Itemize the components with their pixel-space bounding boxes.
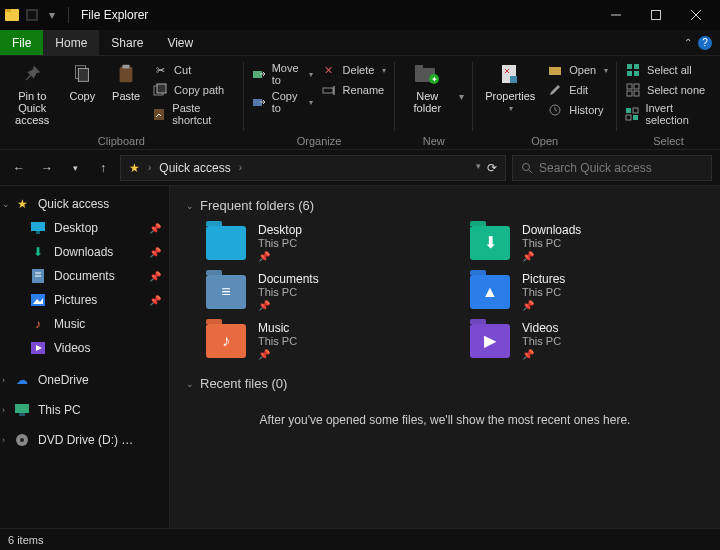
tab-share[interactable]: Share bbox=[99, 30, 155, 55]
pin-label: Pin to Quick access bbox=[8, 90, 56, 126]
back-button[interactable]: ← bbox=[8, 157, 30, 179]
sidebar-item-music[interactable]: ♪ Music bbox=[0, 312, 169, 336]
music-icon: ♪ bbox=[30, 316, 46, 332]
documents-folder-icon: ≡ bbox=[206, 275, 246, 309]
sidebar-item-dvd[interactable]: › DVD Drive (D:) CC bbox=[0, 428, 169, 452]
ribbon: Pin to Quick access Copy Paste ✂Cut Copy… bbox=[0, 56, 720, 150]
sidebar-item-pictures[interactable]: Pictures 📌 bbox=[0, 288, 169, 312]
group-new-label: New bbox=[403, 133, 464, 147]
svg-rect-24 bbox=[510, 76, 517, 83]
sidebar-item-downloads[interactable]: ⬇ Downloads 📌 bbox=[0, 240, 169, 264]
folder-documents[interactable]: ≡ Documents This PC 📌 bbox=[206, 272, 440, 311]
sidebar-label: Videos bbox=[54, 341, 90, 355]
sidebar-item-documents[interactable]: Documents 📌 bbox=[0, 264, 169, 288]
select-all-button[interactable]: Select all bbox=[625, 62, 712, 78]
invert-selection-button[interactable]: Invert selection bbox=[625, 102, 712, 126]
refresh-button[interactable]: ⟳ bbox=[487, 161, 497, 175]
tab-home[interactable]: Home bbox=[43, 30, 99, 55]
star-icon: ★ bbox=[14, 196, 30, 212]
svg-line-40 bbox=[529, 170, 532, 173]
new-folder-icon: ✦ bbox=[413, 60, 441, 88]
recent-locations-button[interactable]: ▾ bbox=[64, 157, 86, 179]
folder-downloads[interactable]: ⬇ Downloads This PC 📌 bbox=[470, 223, 704, 262]
up-button[interactable]: ↑ bbox=[92, 157, 114, 179]
chevron-down-icon[interactable]: ⌄ bbox=[2, 199, 10, 209]
properties-button[interactable]: Properties ▾ bbox=[481, 60, 539, 113]
search-input[interactable]: Search Quick access bbox=[512, 155, 712, 181]
pin-icon: 📌 bbox=[258, 251, 302, 262]
new-folder-button[interactable]: ✦ New folder bbox=[403, 60, 451, 114]
close-button[interactable] bbox=[676, 0, 716, 30]
chevron-right-icon[interactable]: › bbox=[2, 375, 5, 385]
tab-view[interactable]: View bbox=[155, 30, 205, 55]
maximize-button[interactable] bbox=[636, 0, 676, 30]
sidebar-label: Documents bbox=[54, 269, 115, 283]
sidebar-item-videos[interactable]: Videos bbox=[0, 336, 169, 360]
breadcrumb[interactable]: Quick access bbox=[159, 161, 230, 175]
cut-button[interactable]: ✂Cut bbox=[152, 62, 235, 78]
select-all-icon bbox=[625, 62, 641, 78]
move-to-button[interactable]: Move to▾ bbox=[252, 62, 313, 86]
sidebar-item-desktop[interactable]: Desktop 📌 bbox=[0, 216, 169, 240]
new-item-dropdown[interactable]: ▾ bbox=[459, 91, 464, 102]
invert-icon bbox=[625, 106, 639, 122]
copy-path-button[interactable]: Copy path bbox=[152, 82, 235, 98]
paste-button[interactable]: Paste bbox=[108, 60, 144, 102]
tab-file[interactable]: File bbox=[0, 30, 43, 55]
frequent-folders-header[interactable]: ⌄ Frequent folders (6) bbox=[186, 198, 704, 213]
folder-name: Music bbox=[258, 321, 297, 335]
copy-to-label: Copy to bbox=[272, 90, 301, 114]
paste-shortcut-button[interactable]: Paste shortcut bbox=[152, 102, 235, 126]
minimize-button[interactable] bbox=[596, 0, 636, 30]
qat-icon[interactable] bbox=[24, 7, 40, 23]
chevron-down-icon: ⌄ bbox=[186, 201, 194, 211]
move-to-icon bbox=[252, 66, 266, 82]
chevron-right-icon[interactable]: › bbox=[2, 435, 5, 445]
select-none-button[interactable]: Select none bbox=[625, 82, 712, 98]
sidebar-item-this-pc[interactable]: › This PC bbox=[0, 398, 169, 422]
qat-dropdown-icon[interactable]: ▾ bbox=[44, 7, 60, 23]
pin-to-quick-access-button[interactable]: Pin to Quick access bbox=[8, 60, 56, 126]
status-bar: 6 items bbox=[0, 528, 720, 550]
address-input[interactable]: ★ › Quick access › ▾ ⟳ bbox=[120, 155, 506, 181]
open-button[interactable]: Open▾ bbox=[547, 62, 608, 78]
chevron-right-icon[interactable]: › bbox=[239, 162, 242, 173]
sidebar-item-onedrive[interactable]: › ☁ OneDrive bbox=[0, 368, 169, 392]
open-icon bbox=[547, 62, 563, 78]
svg-rect-32 bbox=[634, 84, 639, 89]
folder-videos[interactable]: ▶ Videos This PC 📌 bbox=[470, 321, 704, 360]
folder-music[interactable]: ♪ Music This PC 📌 bbox=[206, 321, 440, 360]
new-folder-label: New folder bbox=[403, 90, 451, 114]
pin-icon: 📌 bbox=[522, 251, 581, 262]
svg-rect-41 bbox=[31, 222, 45, 231]
svg-rect-1 bbox=[5, 9, 11, 12]
folder-desktop[interactable]: Desktop This PC 📌 bbox=[206, 223, 440, 262]
folder-location: This PC bbox=[522, 286, 565, 298]
folder-name: Downloads bbox=[522, 223, 581, 237]
copy-to-icon bbox=[252, 94, 266, 110]
sidebar-item-quick-access[interactable]: ⌄ ★ Quick access bbox=[0, 192, 169, 216]
group-select-label: Select bbox=[625, 133, 712, 147]
search-icon bbox=[521, 162, 533, 174]
copy-button[interactable]: Copy bbox=[64, 60, 100, 102]
forward-button[interactable]: → bbox=[36, 157, 58, 179]
svg-rect-3 bbox=[28, 11, 36, 19]
delete-button[interactable]: ✕Delete▾ bbox=[321, 62, 387, 78]
rename-button[interactable]: Rename bbox=[321, 82, 387, 98]
chevron-down-icon: ⌄ bbox=[186, 379, 194, 389]
edit-button[interactable]: Edit bbox=[547, 82, 608, 98]
history-label: History bbox=[569, 104, 603, 116]
copy-to-button[interactable]: Copy to▾ bbox=[252, 90, 313, 114]
history-button[interactable]: History bbox=[547, 102, 608, 118]
videos-folder-icon: ▶ bbox=[470, 324, 510, 358]
folder-pictures[interactable]: ▲ Pictures This PC 📌 bbox=[470, 272, 704, 311]
properties-label: Properties bbox=[485, 90, 535, 102]
ribbon-collapse-icon[interactable]: ⌃ bbox=[684, 37, 692, 48]
invert-label: Invert selection bbox=[645, 102, 712, 126]
help-icon[interactable]: ? bbox=[698, 36, 712, 50]
edit-label: Edit bbox=[569, 84, 588, 96]
chevron-right-icon[interactable]: › bbox=[2, 405, 5, 415]
recent-files-header[interactable]: ⌄ Recent files (0) bbox=[186, 376, 704, 391]
address-bar: ← → ▾ ↑ ★ › Quick access › ▾ ⟳ Search Qu… bbox=[0, 150, 720, 186]
address-dropdown-icon[interactable]: ▾ bbox=[476, 161, 481, 175]
